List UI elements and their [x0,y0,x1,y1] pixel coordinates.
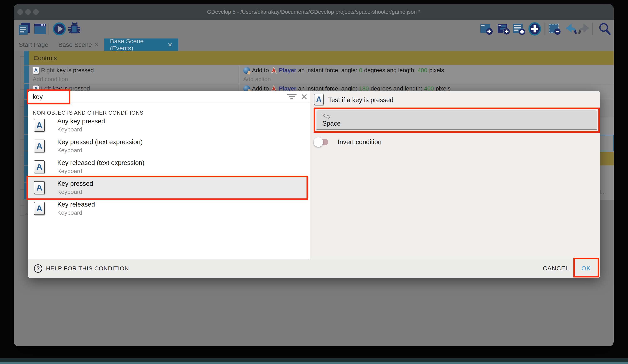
tab-start-page[interactable]: Start Page [14,39,53,51]
action-text: an instant force, angle: [298,67,357,74]
tab-base-scene-events[interactable]: Base Scene (Events) ✕ [104,39,178,51]
condition-list-panel: ✕ NON-OBJECTS AND OTHER CONDITIONS A Any… [28,91,310,259]
debug-icon[interactable] [68,22,81,36]
add-event-icon[interactable] [479,22,493,36]
close-tab-icon[interactable]: ✕ [168,41,172,48]
event-tree-stub [20,156,24,156]
titlebar: GDevelop 5 - /Users/dkarakay/Documents/G… [14,4,614,20]
item-title: Any key pressed [57,118,105,125]
redo-icon[interactable] [578,22,592,36]
event-selection-bar[interactable] [24,51,29,65]
panel-divider [310,103,310,259]
add-anything-icon[interactable] [528,22,542,36]
event-tree-stub [20,106,24,107]
play-icon[interactable] [53,22,66,36]
help-button[interactable]: ? HELP FOR THIS CONDITION [34,259,129,278]
toolbar-separator [49,23,49,35]
event-tree-stub [20,173,24,173]
condition-title: Test if a key is pressed [328,96,393,104]
toolbar [14,20,614,38]
list-item-key-pressed-text-expression[interactable]: A Key pressed (text expression) Keyboard [28,136,309,156]
search-input[interactable] [33,92,220,102]
item-subtitle: Keyboard [57,147,82,154]
list-item-key-released-text-expression[interactable]: A Key released (text expression) Keyboar… [28,156,309,177]
invert-condition-row: Invert condition [314,138,382,146]
list-item-key-pressed[interactable]: A Key pressed Keyboard [28,177,309,198]
toolbar-separator [545,23,545,35]
event-tree-stub [20,139,24,140]
comment-row-controls[interactable]: Controls [29,51,614,65]
invert-condition-label: Invert condition [338,138,382,146]
player-object-icon [271,67,277,74]
toggle-thumb[interactable] [314,137,323,147]
close-tab-icon[interactable]: ✕ [94,41,99,48]
keyboard-icon: A [33,67,39,74]
force-icon [243,67,250,74]
tab-label: Base Scene [58,41,92,48]
tabbar: Start Page Base Scene ✕ Base Scene (Even… [14,38,614,51]
event-tree-stub [20,73,24,73]
window-close-button[interactable] [17,9,23,15]
search-events-icon[interactable] [598,22,612,36]
action-text: Add to [252,67,269,74]
close-icon[interactable]: ✕ [301,92,308,102]
scene-editor-icon[interactable] [33,22,47,36]
window-minimize-button[interactable] [25,9,31,15]
item-subtitle: Keyboard [57,126,82,133]
item-title: Key released [57,201,95,208]
item-title: Key released (text expression) [57,159,145,167]
event1-actions-cell[interactable]: Add to Player an instant force, angle: 0… [239,65,614,84]
event1-conditions-cell[interactable]: A Right key is pressed Add condition [29,65,239,84]
event-tree-stub [20,89,24,90]
keyboard-icon: A [34,202,45,215]
comment-text: Controls [34,55,57,61]
keyboard-icon: A [34,181,45,194]
add-subevent-icon[interactable] [497,22,511,36]
key-field[interactable]: Key Space [316,110,597,130]
keyboard-icon: A [34,160,45,173]
event-tree-line [20,56,20,216]
event-tree-stub [20,56,24,57]
action-add-force[interactable]: Add to Player an instant force, angle: 0… [239,65,614,75]
condition-param: Right [41,67,55,74]
action-text: pixels [429,67,444,74]
item-subtitle: Keyboard [57,189,82,195]
undo-icon[interactable] [563,22,577,36]
event-tree-stub [20,205,24,205]
condition-right-key[interactable]: A Right key is pressed [29,65,239,75]
list-item-any-key-pressed[interactable]: A Any key pressed Keyboard [28,115,309,136]
event-tree-stub [20,123,24,123]
event-selection-bar[interactable] [24,65,29,83]
object-name: Player [279,67,296,74]
ok-button[interactable]: OK [575,259,598,278]
tab-label: Start Page [19,41,48,48]
list-item-key-released[interactable]: A Key released Keyboard [28,198,309,219]
tab-base-scene[interactable]: Base Scene ✕ [53,39,104,51]
event-tree-stub [20,216,24,216]
item-subtitle: Keyboard [57,168,82,175]
app-window: GDevelop 5 - /Users/dkarakay/Documents/G… [14,4,614,346]
filter-icon[interactable] [287,94,297,100]
cancel-button[interactable]: CANCEL [543,259,569,278]
window-title: GDevelop 5 - /Users/dkarakay/Documents/G… [207,9,420,15]
help-icon: ? [34,264,42,273]
delete-event-icon[interactable] [548,22,561,36]
keyboard-icon: A [34,119,45,132]
add-condition-button[interactable]: Add condition [29,75,239,83]
angle-value: 0 [359,67,362,74]
project-manager-icon[interactable] [17,22,31,36]
tab-label: Base Scene (Events) [110,38,168,52]
window-zoom-button[interactable] [33,9,39,15]
condition-detail-panel: A Test if a key is pressed Key Space Inv… [310,91,600,259]
add-action-button[interactable]: Add action [239,75,614,83]
event-tree-stub [20,189,24,190]
desktop-edge-glow [0,358,628,362]
keyboard-icon: A [314,94,323,105]
invert-condition-toggle[interactable] [314,138,328,146]
add-comment-icon[interactable] [512,22,526,36]
key-field-label: Key [322,113,331,119]
keyboard-icon: A [34,140,45,152]
action-text: degrees and length: [364,67,416,74]
item-title: Key pressed (text expression) [57,138,143,146]
key-field-value: Space [322,120,341,127]
